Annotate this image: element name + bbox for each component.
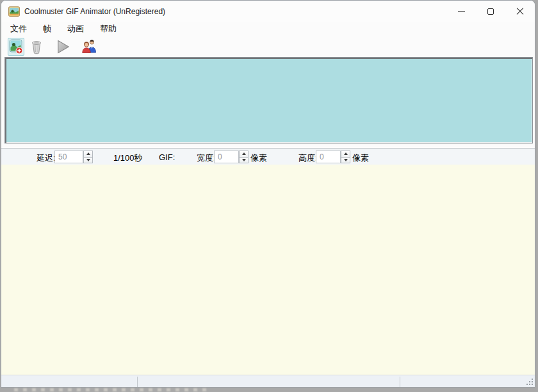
title-bar: Coolmuster GIF Animator (UnRegistered)	[1, 1, 535, 22]
height-input[interactable]	[316, 151, 341, 163]
resize-grip-icon[interactable]	[526, 379, 534, 386]
width-unit-label: 像素	[250, 152, 267, 164]
add-image-icon	[9, 39, 23, 54]
trash-icon	[30, 39, 43, 54]
status-divider	[137, 377, 138, 387]
maximize-icon	[487, 8, 494, 15]
menu-file[interactable]: 文件	[4, 22, 33, 36]
app-window: Coolmuster GIF Animator (UnRegistered) 文…	[1, 0, 535, 388]
window-controls	[446, 1, 535, 22]
height-unit-label: 像素	[352, 152, 369, 164]
maximize-button[interactable]	[476, 1, 505, 22]
add-frames-button[interactable]	[8, 38, 24, 56]
play-animation-button[interactable]	[55, 38, 72, 56]
delete-frame-button[interactable]	[28, 38, 45, 56]
minimize-icon	[458, 11, 465, 12]
delay-unit-label: 1/100秒	[113, 152, 143, 164]
preview-area[interactable]	[1, 165, 535, 375]
menu-help[interactable]: 帮助	[94, 22, 122, 36]
minimize-button[interactable]	[446, 1, 476, 22]
close-icon	[516, 8, 524, 15]
delay-input[interactable]	[54, 151, 83, 163]
status-divider	[400, 377, 400, 387]
menu-frame[interactable]: 帧	[37, 22, 57, 36]
frame-controls-bar: 延迟: 1/100秒 GIF: 宽度: 像素 高度: 像素	[1, 148, 535, 165]
height-spin-down-icon[interactable]	[341, 157, 350, 164]
status-bar	[1, 375, 535, 388]
app-image-icon	[8, 6, 20, 17]
desktop-background-artifact	[14, 388, 206, 391]
width-input[interactable]	[214, 151, 239, 163]
height-spinner[interactable]	[341, 151, 350, 163]
delay-spin-down-icon[interactable]	[83, 157, 93, 164]
people-icon	[81, 39, 97, 54]
height-label: 高度:	[298, 152, 318, 164]
toolbar	[1, 36, 535, 57]
window-title: Coolmuster GIF Animator (UnRegistered)	[24, 7, 165, 16]
menu-bar: 文件 帧 动画 帮助	[1, 22, 535, 36]
play-icon	[56, 38, 71, 55]
width-spinner[interactable]	[239, 151, 249, 163]
register-button[interactable]	[81, 38, 97, 56]
close-button[interactable]	[505, 1, 535, 22]
gif-label: GIF:	[159, 152, 175, 162]
delay-spinner[interactable]	[83, 151, 93, 163]
width-label: 宽度:	[197, 152, 216, 164]
menu-animation[interactable]: 动画	[61, 22, 90, 36]
width-spin-down-icon[interactable]	[239, 157, 249, 164]
delay-label: 延迟:	[37, 152, 56, 164]
frames-strip-panel[interactable]	[4, 57, 533, 143]
